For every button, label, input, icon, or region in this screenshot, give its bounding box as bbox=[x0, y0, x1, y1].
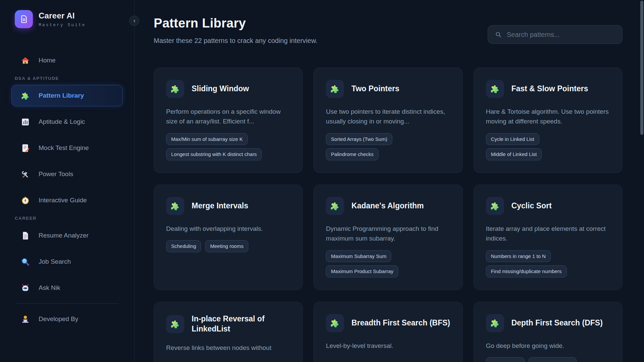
sidebar-item-label: Home bbox=[39, 57, 56, 64]
pattern-tags: Max/Min sum of subarray size KLongest su… bbox=[166, 133, 290, 160]
pattern-tag: Meeting rooms bbox=[205, 240, 248, 252]
puzzle-icon bbox=[326, 80, 344, 98]
sidebar-item-mock-test-engine[interactable]: Mock Test Engine bbox=[11, 137, 123, 159]
pattern-tag: Maximum Product Subarray bbox=[326, 265, 398, 277]
sidebar-collapse-button[interactable] bbox=[129, 16, 139, 26]
sidebar-item-power-tools[interactable]: Power Tools bbox=[11, 163, 123, 185]
tag-row: Numbers in range 1 to N bbox=[486, 250, 610, 262]
technologist-icon bbox=[20, 315, 30, 324]
pattern-description: Use two pointers to iterate distinct ind… bbox=[326, 107, 450, 126]
tag-row: Middle of Linked List bbox=[486, 148, 610, 160]
sidebar-item-job-search[interactable]: Job Search bbox=[11, 251, 123, 272]
search-input[interactable] bbox=[507, 31, 615, 39]
compass-icon bbox=[20, 196, 30, 205]
pattern-card[interactable]: Depth First Search (DFS)Go deep before g… bbox=[474, 302, 623, 362]
puzzle-icon bbox=[326, 197, 344, 215]
sidebar-nav: HomeDSA & APTITUDEPattern LibraryAptitud… bbox=[0, 50, 134, 330]
tag-row: Cycle in Linked List bbox=[486, 133, 610, 145]
app-logo-tile bbox=[15, 10, 33, 28]
pattern-description: Reverse links between nodes without bbox=[166, 343, 290, 353]
sidebar-item-label: Aptitude & Logic bbox=[39, 118, 85, 125]
pattern-tags bbox=[486, 357, 610, 362]
nav-divider bbox=[15, 303, 119, 304]
pattern-card[interactable]: Cyclic SortIterate array and place eleme… bbox=[474, 185, 623, 290]
pattern-title: Depth First Search (DFS) bbox=[511, 318, 603, 328]
pattern-card[interactable]: Breadth First Search (BFS)Level-by-level… bbox=[313, 302, 462, 362]
sidebar-item-label: Power Tools bbox=[39, 170, 73, 178]
pattern-tag: Maximum Subarray Sum bbox=[326, 250, 391, 262]
tag-row: Find missing/duplicate numbers bbox=[486, 265, 610, 277]
tag-row: Longest substring with K distinct chars bbox=[166, 148, 290, 160]
bar-chart-icon bbox=[20, 117, 30, 126]
tag-row-partial bbox=[486, 357, 610, 362]
pattern-card[interactable]: Kadane's AlgorithmDynamic Programming ap… bbox=[313, 185, 462, 290]
pattern-tags: Sorted Arrays (Two Sum)Palindrome checks bbox=[326, 133, 450, 160]
sidebar-item-label: Pattern Library bbox=[39, 92, 84, 99]
sidebar-item-ask-nik[interactable]: Ask Nik bbox=[11, 277, 123, 299]
pattern-title: Breadth First Search (BFS) bbox=[351, 318, 450, 328]
tag-row: SchedulingMeeting rooms bbox=[166, 240, 290, 252]
card-header: Kadane's Algorithm bbox=[326, 197, 450, 215]
pattern-title: Kadane's Algorithm bbox=[351, 201, 424, 211]
robot-icon bbox=[20, 283, 30, 293]
puzzle-icon bbox=[486, 80, 504, 98]
search-box[interactable] bbox=[488, 25, 623, 44]
pattern-card[interactable]: Merge IntervalsDealing with overlapping … bbox=[154, 185, 303, 290]
hammer-wrench-icon bbox=[20, 170, 30, 179]
pattern-title: Merge Intervals bbox=[192, 201, 248, 211]
pattern-tags: Numbers in range 1 to NFind missing/dupl… bbox=[486, 250, 610, 277]
nav-section-label: DSA & APTITUDE bbox=[15, 76, 123, 81]
puzzle-icon bbox=[20, 91, 30, 100]
pattern-tag-partial bbox=[529, 357, 577, 362]
card-header: Breadth First Search (BFS) bbox=[326, 314, 450, 332]
pattern-tag: Numbers in range 1 to N bbox=[486, 250, 551, 262]
pattern-card[interactable]: Sliding WindowPerform operations on a sp… bbox=[154, 67, 303, 173]
pattern-description: Go deep before going wide. bbox=[486, 341, 610, 351]
pattern-tag: Cycle in Linked List bbox=[486, 133, 539, 145]
main-content: Pattern Library Master these 22 patterns… bbox=[135, 0, 644, 362]
card-header: Sliding Window bbox=[166, 80, 290, 98]
tag-row: Sorted Arrays (Two Sum) bbox=[326, 133, 450, 145]
pattern-title: Fast & Slow Pointers bbox=[511, 84, 588, 94]
card-header: In-place Reversal of LinkedList bbox=[166, 314, 290, 334]
tag-row: Max/Min sum of subarray size K bbox=[166, 133, 290, 145]
page-subtitle: Master these 22 patterns to crack any co… bbox=[154, 37, 317, 45]
magnifier-icon bbox=[20, 257, 30, 266]
sidebar-item-label: Developed By bbox=[39, 315, 78, 323]
sidebar-item-pattern-library[interactable]: Pattern Library bbox=[11, 85, 123, 106]
page-icon bbox=[20, 231, 30, 240]
puzzle-icon bbox=[166, 80, 184, 98]
pattern-description: Hare & Tortoise algorithm. Use two point… bbox=[486, 107, 610, 126]
puzzle-icon bbox=[486, 197, 504, 215]
pattern-title: Two Pointers bbox=[351, 84, 399, 94]
sidebar-item-developed-by[interactable]: Developed By bbox=[11, 308, 123, 330]
card-header: Depth First Search (DFS) bbox=[486, 314, 610, 332]
pattern-description: Dealing with overlapping intervals. bbox=[166, 224, 290, 234]
nav-section-label: CAREER bbox=[15, 216, 123, 221]
app-subtitle: Mastery Suite bbox=[39, 22, 86, 28]
app-logo: Career AI Mastery Suite bbox=[0, 10, 134, 28]
pattern-card[interactable]: Two PointersUse two pointers to iterate … bbox=[313, 67, 462, 173]
document-logo-icon bbox=[19, 14, 29, 24]
pattern-tag: Palindrome checks bbox=[326, 148, 379, 160]
pattern-tag: Scheduling bbox=[166, 240, 201, 252]
pattern-card-grid: Sliding WindowPerform operations on a sp… bbox=[154, 67, 623, 362]
sidebar-item-label: Mock Test Engine bbox=[39, 144, 89, 152]
sidebar-item-aptitude-logic[interactable]: Aptitude & Logic bbox=[11, 111, 123, 133]
scrollbar-thumb[interactable] bbox=[640, 1, 643, 135]
pattern-tag: Longest substring with K distinct chars bbox=[166, 148, 262, 160]
pattern-card[interactable]: Fast & Slow PointersHare & Tortoise algo… bbox=[474, 67, 623, 173]
sidebar-item-label: Job Search bbox=[39, 258, 71, 265]
pattern-title: Cyclic Sort bbox=[511, 201, 552, 211]
puzzle-icon bbox=[166, 197, 184, 215]
pattern-title: In-place Reversal of LinkedList bbox=[192, 314, 290, 334]
sidebar-item-label: Interactive Guide bbox=[39, 197, 87, 204]
sidebar-item-interactive-guide[interactable]: Interactive Guide bbox=[11, 190, 123, 211]
pattern-tag-partial bbox=[486, 357, 525, 362]
pattern-tag: Max/Min sum of subarray size K bbox=[166, 133, 248, 145]
pattern-tags: Cycle in Linked ListMiddle of Linked Lis… bbox=[486, 133, 610, 160]
sidebar-item-home[interactable]: Home bbox=[11, 50, 123, 71]
pattern-card[interactable]: In-place Reversal of LinkedListReverse l… bbox=[154, 302, 303, 362]
sidebar-item-resume-analyzer[interactable]: Resume Analyzer bbox=[11, 225, 123, 246]
app-title: Career AI bbox=[39, 11, 86, 20]
